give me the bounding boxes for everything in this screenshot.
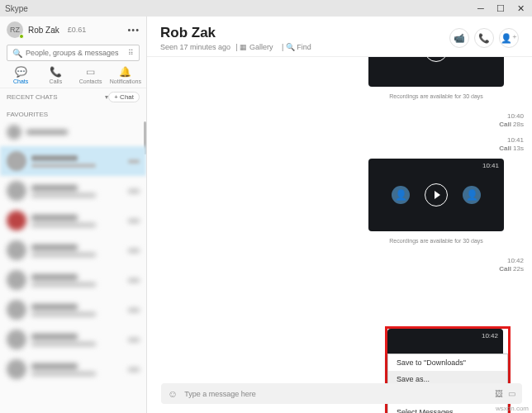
call-log-entry: 10:42Call 22s [499, 257, 524, 274]
more-menu-button[interactable]: ••• [127, 25, 140, 35]
search-input-wrap[interactable]: 🔍 ⠿ [7, 45, 140, 61]
phone-icon: 📞 [50, 66, 62, 78]
chat-item[interactable] [0, 265, 146, 295]
find-link[interactable]: 🔍 Find [286, 43, 315, 51]
tab-contacts[interactable]: ▭ Contacts [74, 66, 108, 84]
call-log-entry: 10:40Call 28s [499, 112, 524, 130]
chat-item[interactable] [0, 235, 146, 265]
chat-list [0, 121, 146, 413]
new-chat-button[interactable]: + Chat [108, 92, 140, 102]
participant-avatar: 👤 [392, 186, 410, 204]
audio-call-button[interactable]: 📞 [474, 28, 494, 48]
card-icon[interactable]: ▭ [508, 389, 515, 398]
recent-chats-label: RECENT CHATS [7, 93, 103, 101]
message-placeholder: Type a message here [184, 390, 488, 398]
gallery-link[interactable]: ▦ Gallery [240, 43, 276, 51]
menu-save-downloads[interactable]: Save to "Downloads" [388, 354, 507, 371]
search-input[interactable] [26, 49, 125, 57]
recording-time: 10:42 [482, 332, 498, 339]
recording-thumbnail[interactable]: 👤👤 [368, 57, 504, 87]
chat-item[interactable] [0, 295, 146, 325]
emoji-icon[interactable]: ☺ [168, 388, 178, 400]
close-button[interactable]: ✕ [514, 2, 527, 15]
self-initials: RZ [10, 26, 20, 34]
self-avatar[interactable]: RZ [7, 21, 23, 38]
attach-icon[interactable]: 🖼 [495, 389, 503, 398]
maximize-button[interactable]: ☐ [494, 2, 507, 15]
conversation-pane: Rob Zak Seen 17 minutes ago | ▦ Gallery … [147, 17, 532, 413]
play-icon [425, 57, 448, 62]
call-log-entry: 10:41Call 13s [499, 136, 524, 154]
add-people-button[interactable]: 👤⁺ [499, 28, 519, 48]
watermark: wsxdn.com [496, 405, 529, 412]
add-person-icon: 👤⁺ [501, 33, 517, 44]
sidebar: RZ Rob Zak £0.61 ••• 🔍 ⠿ 💬 Chats 📞 Calls [0, 17, 147, 413]
tab-notifications[interactable]: 🔔 Notifications [108, 66, 143, 84]
chat-item[interactable] [0, 206, 146, 235]
contacts-icon: ▭ [86, 66, 95, 78]
chat-item[interactable] [0, 146, 146, 176]
recording-note: Recordings are available for 30 days [368, 93, 504, 99]
tab-chats[interactable]: 💬 Chats [3, 66, 38, 84]
last-seen: Seen 17 minutes ago [160, 43, 230, 51]
participant-avatar: 👤 [463, 186, 481, 204]
minimize-button[interactable]: ─ [474, 2, 487, 15]
bell-icon: 🔔 [119, 66, 131, 78]
tab-calls[interactable]: 📞 Calls [38, 66, 73, 84]
play-icon [425, 183, 448, 206]
balance[interactable]: £0.61 [68, 26, 87, 34]
self-name[interactable]: Rob Zak [28, 26, 59, 35]
chat-item[interactable] [0, 354, 146, 384]
favourites-label: FAVOURITES [7, 111, 140, 118]
recording-thumbnail[interactable]: 10:42 [387, 329, 503, 354]
search-icon: 🔍 [12, 49, 22, 58]
window-title: Skype [5, 4, 474, 13]
video-call-button[interactable]: 📹 [449, 28, 469, 48]
recording-note: Recordings are available for 30 days [368, 238, 504, 244]
menu-select-messages[interactable]: Select Messages [388, 404, 507, 413]
dialpad-icon[interactable]: ⠿ [128, 49, 134, 57]
recording-thumbnail[interactable]: 10:41👤👤 [368, 159, 504, 231]
chat-icon: 💬 [15, 66, 27, 78]
message-input-bar[interactable]: ☺ Type a message here 🖼 ▭ [161, 383, 522, 404]
chat-item[interactable] [0, 176, 146, 206]
conversation-title: Rob Zak [160, 25, 449, 41]
chat-item[interactable] [0, 325, 146, 354]
status-indicator [19, 34, 24, 39]
phone-icon: 📞 [478, 33, 490, 44]
favourite-item[interactable] [0, 121, 146, 143]
video-icon: 📹 [454, 33, 465, 44]
recording-time: 10:41 [482, 162, 499, 169]
